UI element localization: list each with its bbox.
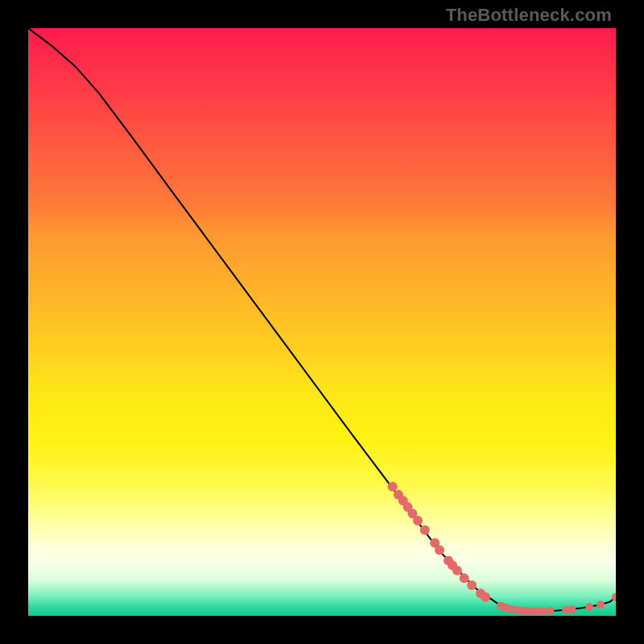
data-marker [597, 601, 605, 609]
chart-overlay [28, 28, 616, 616]
data-marker [568, 605, 576, 613]
data-marker [585, 603, 593, 611]
data-marker [546, 607, 554, 615]
watermark-text: TheBottleneck.com [446, 5, 612, 26]
gradient-plot-area [28, 28, 616, 616]
data-marker [467, 580, 477, 590]
chart-stage: TheBottleneck.com [0, 0, 644, 644]
data-marker [481, 592, 490, 602]
data-marker [435, 545, 444, 555]
data-marker [452, 566, 462, 576]
data-markers-group [388, 481, 616, 615]
bottleneck-curve [28, 28, 616, 611]
data-marker [420, 525, 430, 535]
data-marker [413, 516, 423, 526]
data-marker [460, 573, 469, 583]
data-marker [539, 607, 547, 615]
data-marker [388, 481, 398, 491]
